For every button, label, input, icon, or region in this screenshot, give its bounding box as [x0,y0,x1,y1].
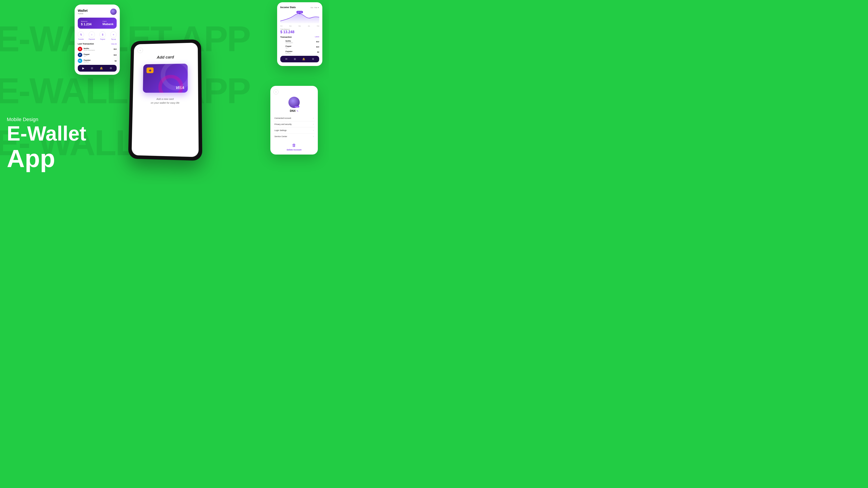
stats-netflix-icon: N [280,39,284,43]
chart-tooltip: $2100 [296,11,303,13]
add-card-screen: ‹ Add card ◈ VISA Add a new card on your… [131,43,199,157]
stats-header: Income Stats Oct - Feb ▼ [280,6,319,9]
nav-bell-icon[interactable]: 🔔 [100,67,103,70]
netflix-sub: Month subscription [84,50,95,51]
profile-change-badge[interactable]: change [294,106,299,107]
stats-nav-chart-icon[interactable]: ⊞ [294,58,296,61]
watermark-2: E-WALLET APP [0,70,250,111]
profile-menu-service-center[interactable]: Service Center › [274,133,315,139]
stats-paypal-amount: $10 [316,46,319,48]
stats-paylater-icon: PL [280,50,284,54]
transfer-icon: ⇅ [78,31,84,38]
topup-btn[interactable]: + Top up [110,31,117,40]
wallet-title: Wallet [78,8,88,12]
stats-paypal-icon: P [280,45,284,49]
stats-paylater-amount: $2 [317,51,319,53]
transfer-label: Transfer [78,38,84,40]
paylater-icon: PL [78,59,82,63]
card-label: Card [103,20,114,22]
stats-bottom-nav: ✉ ⊞ 🔔 ⚙ [280,56,319,62]
chart-label-jan: Jan [308,25,310,27]
wallet-phone-screen: Wallet Active Balance $ 1.234 Card Maban… [74,4,120,75]
profile-edit-icon[interactable]: ✎ [297,110,298,112]
nav-home-icon[interactable]: ▶ [82,67,84,70]
app-title: App [7,146,86,171]
login-settings-label: Login Settings [274,129,287,131]
subtitle-label: Mobile Design [7,117,86,123]
payment-btn[interactable]: ↑ Payment [89,31,95,40]
payment-icon: ↑ [89,31,95,38]
stats-latest-label: Latest [315,36,319,38]
payout-label: Payout [100,38,105,40]
stats-paypal-sub: Tax [285,47,291,48]
credit-card: ◈ VISA [143,64,188,93]
profile-screen: ‹ change DNX ✎ Connected Account › Priva… [270,86,318,155]
action-buttons: ⇅ Transfer ↑ Payment $ Payout + Top up [78,31,117,40]
stats-tx-paypal: P Paypal Tax $10 [280,45,319,49]
chart-label-oct: Oct [280,25,282,27]
paypal-name: Paypal [84,53,90,55]
profile-menu-privacy-security[interactable]: Privacy and security › [274,121,315,127]
stats-title: Income Stats [280,6,296,8]
stats-transaction-label: Transaction [280,36,292,38]
service-center-label: Service Center [274,135,287,138]
delete-account-label[interactable]: Delete Account [287,149,301,151]
total-balance: Total Balance $ 13.248 [280,29,319,34]
visa-brand-text: VISA [176,86,184,90]
delete-icon: 🗑 [292,143,296,148]
stats-paylater-name: Paylater [285,51,292,53]
chart-label-nov: Nov [289,25,292,27]
topup-icon: + [110,31,117,38]
paylater-name: Paylater [84,59,91,61]
netflix-name: Netflix [84,47,95,50]
card-name: Mabank [103,22,114,26]
add-card-back-btn[interactable]: ‹ [137,47,143,53]
profile-back-btn[interactable]: ‹ [274,90,278,94]
balance-amount: $ 1.234 [81,22,92,26]
service-center-chevron-icon: › [313,135,314,138]
transaction-paypal: P Paypal Tax $10 [78,53,117,57]
ewallet-title: E-Wallet [7,123,86,144]
view-all-link[interactable]: View All [111,43,117,45]
transaction-netflix: N Netflix Month subscription $12 [78,47,117,51]
connected-account-label: Connected Account [274,117,291,119]
stats-paylater-sub: Buy item [285,53,292,54]
payment-label: Payment [89,38,95,40]
topup-label: Top up [111,38,116,40]
chart-label-feb: Feb [317,25,319,27]
balance-card: Balance $ 1.234 Card Mabank [78,18,117,29]
add-card-description: Add a new card on your wallet for easy l… [151,97,180,105]
stats-nav-home-icon[interactable]: ✉ [285,58,287,61]
stats-date-range: Oct - Feb ▼ [311,7,319,8]
transaction-paylater: PL Paylater Buy item $2 [78,59,117,63]
avatar [110,8,117,15]
paylater-sub: Buy item [84,61,91,63]
netflix-amount: $12 [114,48,117,50]
profile-menu-connected-account[interactable]: Connected Account › [274,115,315,121]
profile-avatar-area: change DNX ✎ [274,97,315,112]
stats-nav-bell-icon[interactable]: 🔔 [302,58,305,61]
nav-stats-icon[interactable]: ⊞ [91,67,93,70]
stats-transaction-header: Transaction Latest [280,36,319,38]
stats-nav-settings-icon[interactable]: ⚙ [312,58,314,61]
delete-account-section: 🗑 Delete Account [274,143,315,151]
payout-btn[interactable]: $ Payout [99,31,106,40]
chart-labels: Oct Nov Dec Jan Feb [280,25,319,27]
netflix-icon: N [78,47,82,51]
add-card-title: Add card [157,55,174,60]
profile-menu-login-settings[interactable]: Login Settings › [274,127,315,133]
stats-netflix-name: Netflix [285,40,293,42]
income-stats-screen: Income Stats Oct - Feb ▼ $2100 Oct Nov D… [277,2,322,66]
card-logo-icon: ◈ [147,67,153,73]
payout-icon: $ [99,31,106,38]
transfer-btn[interactable]: ⇅ Transfer [78,31,84,40]
chart-label-dec: Dec [299,25,301,27]
stats-netflix-amount: $12 [316,41,319,43]
total-balance-label: Total Balance [280,29,319,30]
login-settings-chevron-icon: › [313,129,314,131]
paypal-sub: Tax [84,55,90,57]
total-balance-amount: $ 13.248 [280,30,319,34]
nav-settings-icon[interactable]: ⚙ [110,67,112,70]
profile-name-row: DNX ✎ [290,109,298,112]
wallet-header: Wallet Active [78,8,117,15]
